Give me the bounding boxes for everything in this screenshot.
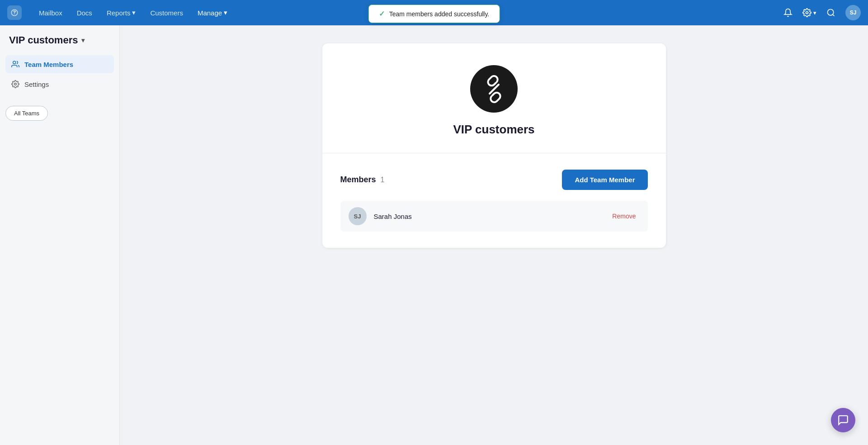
settings-icon[interactable]: ▾: [802, 5, 816, 20]
member-row: SJ Sarah Jonas Remove: [340, 201, 648, 232]
svg-point-0: [14, 14, 15, 14]
team-name: VIP customers: [453, 123, 534, 137]
svg-point-4: [14, 83, 17, 85]
manage-chevron-icon: ▾: [224, 9, 227, 17]
card-body: Members 1 Add Team Member SJ Sarah Jonas…: [322, 153, 666, 248]
all-teams-button[interactable]: All Teams: [5, 106, 48, 121]
nav-mailbox[interactable]: Mailbox: [33, 5, 69, 20]
main-content: VIP customers Members 1 Add Team Member …: [120, 25, 868, 445]
nav-docs[interactable]: Docs: [71, 5, 99, 20]
nav-customers[interactable]: Customers: [144, 5, 189, 20]
svg-point-1: [806, 12, 808, 14]
remove-member-button[interactable]: Remove: [609, 211, 639, 222]
add-team-member-button[interactable]: Add Team Member: [562, 170, 647, 190]
sidebar-title-chevron-icon: ▾: [81, 37, 85, 44]
member-name: Sarah Jonas: [374, 213, 602, 220]
sidebar-title[interactable]: VIP customers ▾: [5, 34, 114, 46]
members-count: 1: [381, 176, 385, 184]
user-avatar[interactable]: SJ: [845, 5, 861, 20]
sidebar-item-settings[interactable]: Settings: [5, 75, 114, 93]
svg-point-3: [13, 61, 16, 64]
app-logo[interactable]: [7, 5, 22, 20]
topnav-right: ▾ SJ: [781, 5, 861, 20]
team-logo: [470, 65, 518, 113]
team-card: VIP customers Members 1 Add Team Member …: [322, 43, 666, 248]
card-header: VIP customers: [322, 43, 666, 153]
notifications-icon[interactable]: [781, 5, 795, 20]
top-navigation: Mailbox Docs Reports ▾ Customers Manage …: [0, 0, 868, 25]
members-label: Members 1: [340, 175, 385, 185]
chat-fab-button[interactable]: [831, 408, 855, 432]
nav-reports[interactable]: Reports ▾: [100, 5, 142, 20]
page-layout: VIP customers ▾ Team Members S: [0, 25, 868, 445]
check-icon: ✓: [379, 9, 385, 18]
members-header: Members 1 Add Team Member: [340, 170, 648, 190]
success-toast: ✓ Team members added successfully.: [368, 5, 500, 23]
sidebar: VIP customers ▾ Team Members S: [0, 25, 120, 445]
reports-chevron-icon: ▾: [132, 9, 136, 17]
settings-gear-icon: [11, 80, 20, 89]
member-avatar: SJ: [349, 207, 367, 225]
team-icon: [11, 60, 20, 69]
svg-point-2: [828, 9, 834, 15]
sidebar-item-team-members[interactable]: Team Members: [5, 55, 114, 73]
search-icon[interactable]: [824, 5, 838, 20]
nav-manage[interactable]: Manage ▾: [191, 5, 234, 20]
